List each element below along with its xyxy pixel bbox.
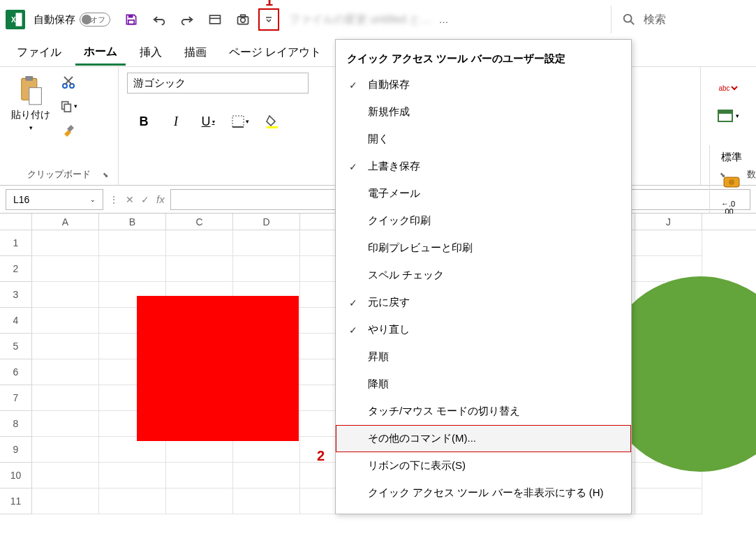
camera-icon[interactable] [230, 7, 255, 32]
qat-menu-item[interactable]: ✓元に戻す [336, 289, 631, 316]
clipboard-launcher[interactable]: ⬊ [103, 171, 112, 181]
tab-draw[interactable]: 描画 [176, 41, 215, 64]
cell[interactable] [233, 488, 300, 514]
expand-icon[interactable]: ⋮ [109, 194, 119, 205]
cell[interactable] [32, 385, 99, 411]
cell[interactable] [233, 230, 300, 256]
cut-button[interactable] [59, 73, 78, 92]
cell[interactable] [166, 463, 233, 488]
cell[interactable] [99, 230, 166, 256]
cell[interactable] [32, 334, 99, 359]
qat-box-icon[interactable] [202, 7, 228, 32]
qat-menu-item[interactable]: ✓自動保存 [336, 71, 631, 98]
qat-menu-item[interactable]: 印刷プレビューと印刷 [336, 234, 631, 262]
cell[interactable] [635, 230, 702, 256]
bold-button[interactable]: B [134, 112, 154, 131]
save-button[interactable] [119, 7, 144, 32]
qat-customize-dropdown[interactable]: 1 [258, 8, 279, 31]
normal-style-label[interactable]: 標準 [721, 151, 742, 164]
row-header[interactable]: 4 [0, 308, 32, 334]
autosave-toggle[interactable]: オフ [80, 13, 110, 27]
qat-menu-item[interactable]: クイック印刷 [336, 207, 631, 234]
paste-button[interactable]: 貼り付け ▾ [8, 73, 53, 179]
styles-group: 標準 ←.0 .00 数 ⬊ [709, 145, 748, 221]
cell[interactable] [32, 230, 99, 256]
row-header[interactable]: 7 [0, 385, 32, 411]
qat-menu-item[interactable]: 昇順 [336, 343, 631, 371]
cell[interactable] [32, 256, 99, 282]
qat-menu-item[interactable]: 電子メール [336, 180, 631, 207]
cell[interactable] [233, 256, 300, 282]
qat-menu-item[interactable]: 新規作成 [336, 98, 631, 126]
underline-button[interactable]: U▾ [198, 112, 218, 131]
column-header[interactable]: C [166, 214, 233, 230]
cell[interactable] [233, 463, 300, 488]
cell[interactable] [99, 256, 166, 282]
menu-item-label: その他のコマンド(M)... [368, 432, 476, 445]
cell[interactable] [32, 359, 99, 385]
fill-color-button[interactable] [262, 112, 282, 131]
cell[interactable] [32, 463, 99, 488]
row-header[interactable]: 11 [0, 488, 32, 514]
menu-item-label: クイック印刷 [368, 214, 431, 227]
column-header[interactable]: J [635, 214, 702, 230]
column-header[interactable]: A [32, 214, 99, 230]
cell[interactable] [99, 463, 166, 488]
row-header[interactable]: 5 [0, 334, 32, 359]
cell[interactable] [32, 488, 99, 514]
copy-button[interactable]: ▾ [59, 96, 78, 116]
qat-menu-item[interactable]: リボンの下に表示(S) [336, 452, 631, 479]
qat-menu-item[interactable]: ✓上書き保存 [336, 153, 631, 180]
name-box[interactable]: L16 ⌄ [6, 189, 103, 210]
undo-button[interactable] [147, 7, 172, 32]
italic-button[interactable]: I [166, 112, 186, 131]
row-header[interactable]: 10 [0, 463, 32, 488]
styles-launcher[interactable]: ⬊ [720, 171, 729, 181]
qat-menu-item[interactable]: その他のコマンド(M)... [336, 425, 631, 452]
format-painter-button[interactable] [59, 120, 78, 140]
row-header[interactable]: 9 [0, 437, 32, 463]
qat-menu-item[interactable]: ✓やり直し [336, 316, 631, 343]
callout-2: 2 [317, 448, 325, 464]
red-rectangle-shape[interactable] [137, 296, 299, 441]
cell[interactable] [166, 230, 233, 256]
cell[interactable] [32, 308, 99, 334]
cell[interactable] [166, 256, 233, 282]
qat-menu-item[interactable]: クイック アクセス ツール バーを非表示にする (H) [336, 479, 631, 507]
row-header[interactable]: 3 [0, 282, 32, 308]
checkmark-icon: ✓ [347, 161, 360, 172]
font-name-input[interactable] [127, 73, 309, 94]
column-header[interactable]: D [233, 214, 300, 230]
cell[interactable] [99, 488, 166, 514]
cell[interactable] [166, 488, 233, 514]
furigana-button[interactable]: abc [715, 78, 742, 98]
qat-menu-item[interactable]: 降順 [336, 371, 631, 398]
clipboard-group: 貼り付け ▾ ▾ クリップボード ⬊ [0, 67, 119, 185]
qat-menu-item[interactable]: スペル チェック [336, 262, 631, 289]
select-all-corner[interactable] [0, 214, 32, 230]
search-box[interactable]: 検索 [611, 6, 750, 33]
enter-icon[interactable]: ✓ [141, 194, 149, 205]
cell-styles-button[interactable]: ▾ [715, 106, 742, 126]
svg-text:X: X [11, 16, 16, 24]
column-header[interactable]: B [99, 214, 166, 230]
cell[interactable] [635, 488, 702, 514]
tab-home[interactable]: ホーム [75, 40, 126, 66]
cell[interactable] [32, 411, 99, 437]
fx-icon[interactable]: fx [156, 193, 165, 205]
tab-insert[interactable]: 挿入 [131, 41, 170, 64]
tab-file[interactable]: ファイル [8, 41, 70, 64]
qat-menu-item[interactable]: 開く [336, 126, 631, 153]
cell[interactable] [32, 282, 99, 308]
svg-rect-14 [25, 76, 33, 81]
row-header[interactable]: 6 [0, 359, 32, 385]
row-header[interactable]: 8 [0, 411, 32, 437]
borders-button[interactable]: ▾ [230, 112, 250, 131]
tab-page-layout[interactable]: ページ レイアウト [221, 41, 329, 64]
redo-button[interactable] [175, 7, 200, 32]
qat-menu-item[interactable]: タッチ/マウス モードの切り替え [336, 398, 631, 425]
row-header[interactable]: 2 [0, 256, 32, 282]
cell[interactable] [32, 437, 99, 463]
row-header[interactable]: 1 [0, 230, 32, 256]
cancel-icon[interactable]: ✕ [126, 194, 134, 205]
